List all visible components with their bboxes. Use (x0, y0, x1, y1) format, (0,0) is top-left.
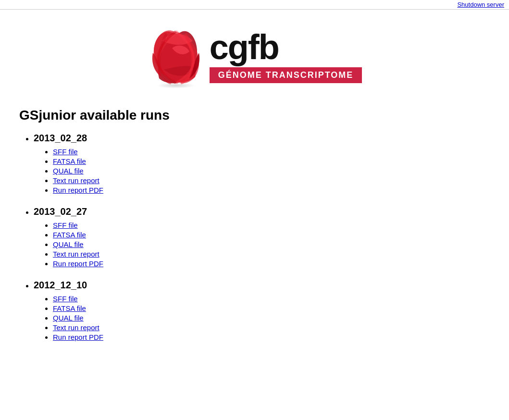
file-link[interactable]: Run report PDF (53, 259, 103, 268)
file-link[interactable]: FATSA file (53, 157, 86, 165)
run-item: 2013_02_27SFF fileFATSA fileQUAL fileTex… (34, 206, 490, 268)
run-item: 2012_12_10SFF fileFATSA fileQUAL fileTex… (34, 280, 490, 341)
brand-text-container: cgfb GÉNOME TRANSCRIPTOME (210, 30, 362, 83)
file-link[interactable]: QUAL file (53, 167, 84, 175)
list-item: QUAL file (53, 167, 490, 175)
file-link[interactable]: Run report PDF (53, 333, 103, 341)
list-item: Text run report (53, 250, 490, 258)
logo-shadow (157, 83, 195, 88)
list-item: Run report PDF (53, 259, 490, 268)
run-date: 2012_12_10 (34, 280, 87, 290)
file-link[interactable]: SFF file (53, 148, 78, 156)
shutdown-server-link[interactable]: Shutdown server (457, 1, 504, 8)
run-date: 2013_02_28 (34, 133, 87, 143)
file-link[interactable]: Text run report (53, 323, 99, 332)
list-item: SFF file (53, 148, 490, 156)
file-link[interactable]: Text run report (53, 176, 99, 185)
page-title: GSjunior available runs (19, 108, 490, 123)
list-item: Run report PDF (53, 186, 490, 194)
cgfb-logo-icon (147, 24, 205, 86)
run-item: 2013_02_28SFF fileFATSA fileQUAL fileTex… (34, 133, 490, 194)
file-list: SFF fileFATSA fileQUAL fileText run repo… (34, 295, 490, 341)
top-bar: Shutdown server (0, 0, 509, 10)
main-content: GSjunior available runs 2013_02_28SFF fi… (0, 98, 509, 363)
run-date: 2013_02_27 (34, 206, 87, 217)
file-link[interactable]: Text run report (53, 250, 99, 258)
list-item: Run report PDF (53, 333, 490, 341)
brand-name: cgfb (210, 30, 362, 64)
file-list: SFF fileFATSA fileQUAL fileText run repo… (34, 221, 490, 268)
brand-subtitle: GÉNOME TRANSCRIPTOME (210, 67, 362, 83)
file-link[interactable]: Run report PDF (53, 186, 103, 194)
file-link[interactable]: FATSA file (53, 304, 86, 312)
list-item: Text run report (53, 323, 490, 332)
list-item: FATSA file (53, 304, 490, 312)
file-link[interactable]: QUAL file (53, 240, 84, 248)
list-item: QUAL file (53, 314, 490, 322)
file-link[interactable]: FATSA file (53, 231, 86, 239)
file-link[interactable]: QUAL file (53, 314, 84, 322)
file-link[interactable]: SFF file (53, 295, 78, 303)
list-item: Text run report (53, 176, 490, 185)
logo-container (147, 24, 205, 88)
list-item: FATSA file (53, 231, 490, 239)
runs-list: 2013_02_28SFF fileFATSA fileQUAL fileTex… (19, 133, 490, 341)
list-item: SFF file (53, 295, 490, 303)
header: cgfb GÉNOME TRANSCRIPTOME (0, 10, 509, 98)
file-link[interactable]: SFF file (53, 221, 78, 229)
list-item: QUAL file (53, 240, 490, 248)
file-list: SFF fileFATSA fileQUAL fileText run repo… (34, 148, 490, 194)
list-item: SFF file (53, 221, 490, 229)
list-item: FATSA file (53, 157, 490, 165)
